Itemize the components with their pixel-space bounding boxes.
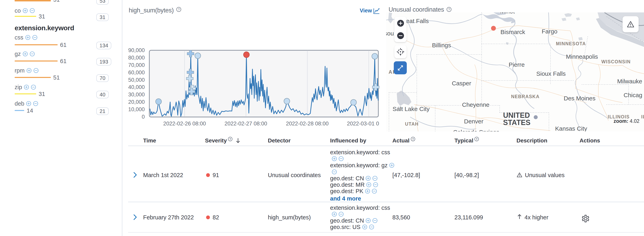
svg-text:?: ? [178, 8, 180, 11]
svg-text:?: ? [412, 138, 414, 141]
svg-text:?: ? [476, 138, 478, 141]
svg-text:?: ? [448, 8, 450, 11]
svg-text:?: ? [230, 138, 231, 141]
